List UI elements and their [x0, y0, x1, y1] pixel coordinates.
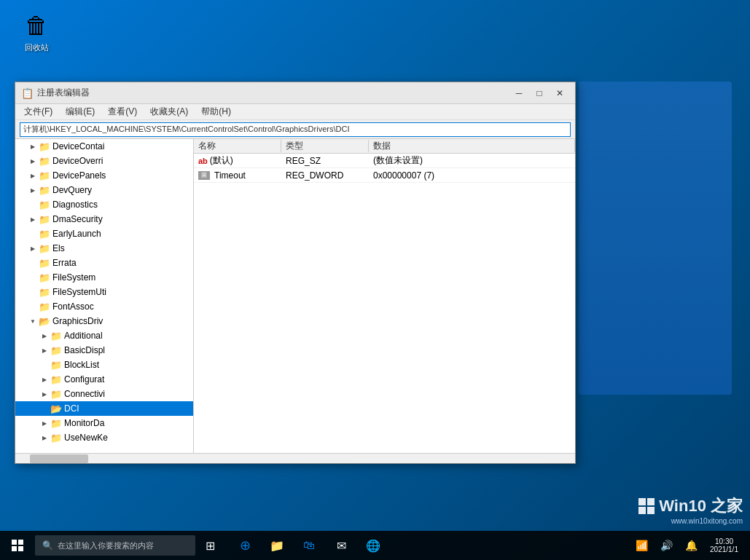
tree-item-errata[interactable]: 📁 Errata	[15, 256, 193, 270]
folder-icon: 📁	[39, 229, 50, 240]
svg-rect-6	[12, 546, 17, 551]
regedit-window: 📋 注册表编辑器 ─ □ ✕ 文件(F) 编辑(E) 查看(V) 收藏夹(A) …	[15, 82, 576, 464]
tree-item-label: FileSystemUti	[52, 287, 190, 297]
value-type-default: REG_SZ	[281, 156, 369, 166]
svg-rect-1	[647, 498, 655, 505]
svg-rect-7	[18, 546, 23, 551]
folder-open-selected-icon: 📂	[50, 403, 62, 414]
start-button[interactable]	[0, 531, 35, 560]
expand-arrow	[27, 275, 39, 281]
taskbar-store-button[interactable]: 🛍	[294, 531, 324, 560]
tree-item-label: DCI	[64, 403, 190, 414]
tree-item-label: MonitorDa	[64, 418, 190, 428]
menu-file[interactable]: 文件(F)	[18, 104, 58, 119]
menu-view[interactable]: 查看(V)	[102, 104, 143, 119]
tree-item-label: Additional	[64, 331, 190, 341]
tree-item-label: EarlyLaunch	[52, 229, 190, 239]
tree-item-dci[interactable]: 📂 DCI	[15, 401, 193, 416]
win10-brand: Win10 之家 www.win10xitong.com	[638, 495, 743, 525]
value-row-default[interactable]: ab (默认) REG_SZ (数值未设置)	[194, 154, 575, 168]
tree-item-graphicsdriv[interactable]: ▼ 📂 GraphicsDriv	[15, 314, 193, 328]
scrollbar-thumb[interactable]	[30, 454, 88, 463]
folder-icon: 📁	[50, 418, 62, 429]
tree-item-label: Connectivi	[64, 389, 190, 399]
tree-item-label: BlockList	[64, 360, 190, 370]
tree-item-monitorda[interactable]: ▶ 📁 MonitorDa	[15, 416, 193, 430]
folder-open-icon: 📂	[39, 316, 50, 327]
tree-item-diagnostics[interactable]: 📁 Diagnostics	[15, 197, 193, 212]
folder-icon: 📁	[39, 141, 50, 152]
expand-arrow: ▶	[27, 143, 39, 150]
tree-item-label: DevicePanels	[52, 170, 190, 181]
expand-arrow: ▶	[39, 420, 50, 427]
value-name-default: ab (默认)	[194, 154, 281, 167]
tree-item-additional[interactable]: ▶ 📁 Additional	[15, 328, 193, 343]
wifi-icon: 📶	[636, 540, 648, 551]
taskbar-apps: ⊕ 📁 🛍 ✉ 🌐	[224, 531, 394, 560]
tree-item-label: Diagnostics	[52, 200, 190, 210]
tree-item-blocklist[interactable]: 📁 BlockList	[15, 358, 193, 372]
task-view-icon: ⊞	[206, 539, 215, 553]
tree-item-dmasecurity[interactable]: ▶ 📁 DmaSecurity	[15, 212, 193, 226]
tree-panel[interactable]: ▶ 📁 DeviceContai ▶ 📁 DeviceOverri ▶ 📁 De…	[15, 139, 194, 453]
notification-tray-icon[interactable]: 🔔	[679, 531, 703, 560]
taskbar-search[interactable]: 🔍 在这里输入你要搜索的内容	[35, 535, 195, 556]
expand-arrow	[27, 202, 39, 208]
taskbar-edge-button[interactable]: ⊕	[230, 531, 259, 560]
menu-help[interactable]: 帮助(H)	[195, 104, 237, 119]
clock-time: 10:30	[715, 537, 733, 545]
taskbar-network-button[interactable]: 🌐	[359, 531, 388, 560]
ab-icon: ab	[198, 157, 208, 165]
windows-start-icon	[12, 540, 23, 551]
folder-icon: 📁	[39, 200, 50, 210]
value-type-timeout: REG_DWORD	[281, 170, 369, 181]
tree-item-filesystem[interactable]: 📁 FileSystem	[15, 270, 193, 285]
tree-item-basicdispl[interactable]: ▶ 📁 BasicDispl	[15, 343, 193, 358]
value-data-timeout: 0x00000007 (7)	[369, 170, 575, 181]
svg-rect-5	[18, 540, 23, 545]
value-row-timeout[interactable]: 圖 Timeout REG_DWORD 0x00000007 (7)	[194, 168, 575, 183]
expand-arrow: ▶	[39, 435, 50, 441]
taskbar-mail-button[interactable]: ✉	[327, 531, 356, 560]
dword-icon: 圖	[198, 171, 210, 180]
expand-arrow: ▶	[27, 216, 39, 223]
system-tray: 📶 🔊 🔔 10:30 2021/1/1	[630, 531, 750, 560]
tree-item-els[interactable]: ▶ 📁 Els	[15, 241, 193, 256]
folder-icon: 📁	[39, 243, 50, 254]
folder-icon: 📁	[50, 389, 62, 400]
maximize-button[interactable]: □	[530, 86, 549, 100]
network-tray-icon[interactable]: 📶	[630, 531, 653, 560]
task-view-button[interactable]: ⊞	[195, 531, 224, 560]
tree-item-usenewke[interactable]: ▶ 📁 UseNewKe	[15, 430, 193, 445]
tree-item-filesystemuti[interactable]: 📁 FileSystemUti	[15, 285, 193, 299]
tree-item-configurat[interactable]: ▶ 📁 Configurat	[15, 372, 193, 387]
title-bar: 📋 注册表编辑器 ─ □ ✕	[15, 82, 575, 104]
close-button[interactable]: ✕	[550, 86, 569, 100]
volume-tray-icon[interactable]: 🔊	[655, 531, 678, 560]
expand-arrow	[27, 231, 39, 237]
address-input[interactable]	[20, 122, 571, 137]
tree-item-devicecontai[interactable]: ▶ 📁 DeviceContai	[15, 139, 193, 154]
recycle-bin-icon[interactable]: 🗑 回收站	[15, 11, 58, 53]
folder-icon: 📁	[50, 345, 62, 356]
tree-item-devquery[interactable]: ▶ 📁 DevQuery	[15, 183, 193, 197]
regedit-window-icon: 📋	[21, 87, 33, 99]
tree-item-connectivi[interactable]: ▶ 📁 Connectivi	[15, 387, 193, 401]
minimize-button[interactable]: ─	[509, 86, 528, 100]
tree-item-label: FontAssoc	[52, 301, 190, 312]
tree-item-label: GraphicsDriv	[52, 316, 190, 326]
clock[interactable]: 10:30 2021/1/1	[704, 537, 744, 553]
horizontal-scrollbar[interactable]	[15, 453, 575, 463]
svg-rect-3	[647, 507, 655, 514]
right-panel-decoration	[579, 82, 732, 395]
expand-arrow	[27, 304, 39, 310]
tree-item-fontassoc[interactable]: 📁 FontAssoc	[15, 299, 193, 314]
menu-edit[interactable]: 编辑(E)	[60, 104, 101, 119]
taskbar-explorer-button[interactable]: 📁	[262, 531, 292, 560]
value-data-default: (数值未设置)	[369, 154, 575, 167]
tree-item-earlylaunch[interactable]: 📁 EarlyLaunch	[15, 226, 193, 241]
network-icon: 🌐	[366, 539, 380, 553]
tree-item-deviceoverri[interactable]: ▶ 📁 DeviceOverri	[15, 154, 193, 168]
tree-item-devicepanels[interactable]: ▶ 📁 DevicePanels	[15, 168, 193, 183]
menu-favorites[interactable]: 收藏夹(A)	[144, 104, 194, 119]
